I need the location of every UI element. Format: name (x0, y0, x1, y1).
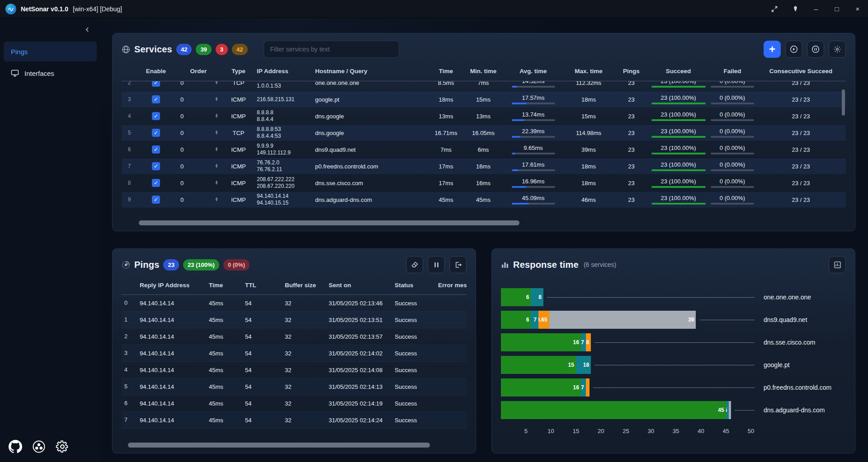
enable-checkbox[interactable]: ✓ (152, 95, 160, 103)
max-time-cell: 18ms (562, 180, 615, 187)
enable-checkbox[interactable]: ✓ (152, 196, 160, 204)
run-all-button[interactable] (785, 41, 802, 58)
avg-time-cell: 16.96ms (504, 178, 562, 188)
spinner-down-icon[interactable]: ▼ (215, 200, 218, 202)
order-spinner[interactable]: ▲▼ (215, 197, 218, 202)
maximize-button[interactable]: □ (826, 0, 847, 18)
service-row[interactable]: 3✓0▲▼ICMP216.58.215.131google.pt18ms15ms… (122, 91, 846, 108)
close-button[interactable]: × (847, 0, 868, 18)
spinner-down-icon[interactable]: ▼ (215, 83, 218, 85)
pin-button[interactable] (785, 0, 806, 18)
services-horizontal-scrollbar[interactable] (124, 220, 843, 225)
chart-segment-min: 16 (501, 333, 581, 351)
clear-pings-button[interactable] (406, 256, 423, 273)
order-spinner[interactable]: ▲▼ (215, 164, 218, 168)
enable-checkbox[interactable]: ✓ (152, 81, 160, 87)
avg-time-value: 17.61ms (522, 161, 545, 168)
ping-row[interactable]: 294.140.14.1445ms543231/05/2025 02:13:57… (122, 328, 467, 345)
service-row[interactable]: 2✓0▲▼TCP1.1.1.1:531.0.0.1:53one.one.one.… (122, 81, 846, 91)
pings-horizontal-scrollbar[interactable] (124, 443, 464, 448)
sent-on-cell: 31/05/2025 02:14:02 (328, 350, 394, 357)
order-value: 0 (180, 96, 184, 103)
settings-button[interactable] (53, 438, 71, 456)
pause-pings-button[interactable] (428, 256, 445, 273)
ip-line: 8.8.4.4 (257, 116, 313, 123)
ping-row[interactable]: 394.140.14.1445ms543231/05/2025 02:14:02… (122, 345, 467, 362)
pings-success-badge: 23 (100%) (183, 259, 219, 271)
sidebar-item-interfaces[interactable]: Interfaces (4, 63, 97, 83)
sidebar-item-pings[interactable]: Pings (4, 42, 97, 61)
order-spinner[interactable]: ▲▼ (215, 114, 218, 118)
chart-service-label: dns.sse.cisco.com (757, 331, 846, 354)
service-row[interactable]: 9✓0▲▼ICMP94.140.14.1494.140.15.15dns.adg… (122, 191, 846, 208)
ping-row[interactable]: 794.140.14.1445ms543231/05/2025 02:14:24… (122, 412, 467, 429)
succeed-cell: 23 (100.00%) (648, 111, 709, 121)
chart-options-button[interactable] (829, 256, 846, 273)
fullscreen-button[interactable] (764, 0, 785, 18)
minimize-button[interactable]: – (806, 0, 826, 18)
enable-cell: ✓ (137, 81, 175, 87)
order-spinner[interactable]: ▲▼ (215, 147, 218, 152)
consecutive-succeed-cell: 23 / 23 (756, 180, 846, 187)
row-index: 4 (122, 113, 137, 119)
add-service-button[interactable]: + (764, 41, 781, 58)
ip-line: 216.58.215.131 (257, 96, 313, 103)
services-filter-input[interactable] (264, 41, 399, 58)
chart-bar-row: 455dns.adguard-dns.com (501, 399, 846, 421)
service-row[interactable]: 7✓0▲▼ICMP76.76.2.076.76.2.11p0.freedns.c… (122, 158, 846, 175)
max-time-cell: 46ms (562, 196, 615, 203)
export-pings-button[interactable] (449, 256, 467, 273)
spinner-down-icon[interactable]: ▼ (215, 183, 218, 185)
community-icon[interactable] (30, 438, 48, 456)
hostname-cell: dns.google (313, 113, 429, 120)
avg-progress-track (512, 186, 555, 188)
sidebar-collapse-button[interactable]: ‹ (80, 23, 94, 36)
spinner-down-icon[interactable]: ▼ (215, 166, 218, 168)
order-spinner[interactable]: ▲▼ (215, 131, 218, 135)
order-spinner[interactable]: ▲▼ (215, 81, 218, 85)
pause-all-button[interactable] (807, 41, 824, 58)
ping-time-cell: 45ms (208, 417, 244, 424)
spinner-down-icon[interactable]: ▼ (215, 99, 218, 102)
pings-column-header: Time (208, 282, 244, 289)
axis-tick-label: 40 (698, 428, 704, 434)
ping-row[interactable]: 194.140.14.1445ms543231/05/2025 02:13:51… (122, 312, 467, 328)
ip-line: 149.112.112.9 (257, 149, 313, 156)
service-row[interactable]: 6✓0▲▼ICMP9.9.9.9149.112.112.9dns9.quad9.… (122, 141, 846, 158)
succeed-cell: 23 (100.00%) (648, 94, 709, 104)
enable-checkbox[interactable]: ✓ (152, 112, 160, 120)
order-spinner[interactable]: ▲▼ (215, 97, 218, 102)
failed-progress-track (711, 186, 754, 188)
ping-index: 2 (122, 333, 139, 340)
spinner-down-icon[interactable]: ▼ (215, 116, 218, 118)
succeed-progress-fill (651, 136, 706, 138)
enable-checkbox[interactable]: ✓ (152, 129, 160, 137)
enable-checkbox[interactable]: ✓ (152, 179, 160, 187)
spinner-down-icon[interactable]: ▼ (215, 133, 218, 135)
service-row[interactable]: 8✓0▲▼ICMP208.67.222.222208.67.220.220dns… (122, 175, 846, 191)
ping-row[interactable]: 694.140.14.1445ms543231/05/2025 02:14:19… (122, 395, 467, 412)
status-cell: Success (394, 367, 437, 373)
sidebar: ‹ Pings Interfaces (0, 18, 100, 462)
ping-row[interactable]: 094.140.14.1445ms543231/05/2025 02:13:46… (122, 295, 467, 312)
order-spinner[interactable]: ▲▼ (215, 181, 218, 185)
ping-row[interactable]: 494.140.14.1445ms543231/05/2025 02:14:08… (122, 362, 467, 378)
row-index: 9 (122, 196, 137, 203)
services-pending-badge: 42 (232, 44, 247, 55)
services-vertical-scrollbar[interactable] (842, 89, 845, 116)
time-cell: 45ms (429, 196, 462, 203)
enable-checkbox[interactable]: ✓ (152, 162, 160, 170)
chart-segment-current: 8 (531, 288, 543, 306)
failed-cell: 0 (0.00%) (709, 94, 756, 104)
enable-checkbox[interactable]: ✓ (152, 145, 160, 154)
service-row[interactable]: 5✓0▲▼TCP8.8.8.8:538.8.4.4:53dns.google16… (122, 125, 846, 141)
pings-column-header: Reply IP Address (139, 282, 208, 289)
chart-segment-avg: 9.65 (538, 311, 549, 329)
chart-service-label: one.one.one.one (757, 286, 846, 308)
spinner-down-icon[interactable]: ▼ (215, 149, 218, 152)
ping-row[interactable]: 594.140.14.1445ms543231/05/2025 02:14:13… (122, 378, 467, 395)
service-row[interactable]: 4✓0▲▼ICMP8.8.8.88.8.4.4dns.google13ms13m… (122, 108, 846, 125)
services-settings-button[interactable] (829, 41, 846, 58)
github-button[interactable] (6, 438, 24, 456)
succeed-progress-track (651, 119, 706, 121)
